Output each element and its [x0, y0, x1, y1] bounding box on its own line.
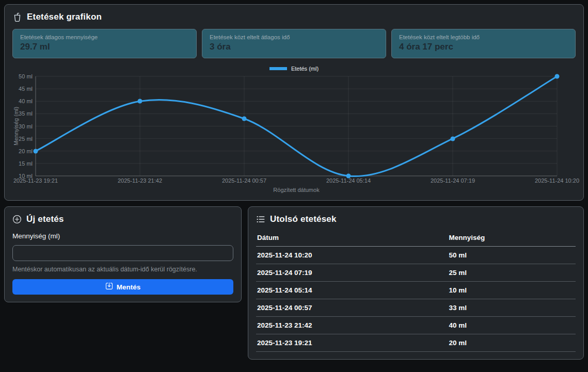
cell-date: 2025-11-24 05:14 — [256, 282, 448, 299]
table-row: 2025-11-23 19:2120 ml — [256, 334, 576, 352]
stats-row: Etetések átlagos mennyisége 29.7 ml Etet… — [12, 29, 576, 58]
chart-card-header: Etetések grafikon — [12, 12, 576, 22]
plus-circle-icon — [12, 215, 22, 224]
y-tick-label: 15 ml — [19, 160, 33, 167]
cell-date: 2025-11-23 19:21 — [256, 334, 448, 352]
x-axis-row: 2025-11-23 19:212025-11-23 21:422025-11-… — [12, 176, 576, 184]
stat-value: 4 óra 17 perc — [399, 42, 568, 52]
y-tick-label: 40 ml — [19, 98, 33, 104]
y-tick-label: 30 ml — [19, 123, 33, 130]
x-tick-label: 2025-11-23 21:42 — [118, 177, 162, 184]
cell-amount: 25 ml — [448, 264, 576, 282]
list-icon — [256, 215, 265, 224]
feedings-table-body: 2025-11-24 10:2050 ml2025-11-24 07:1925 … — [256, 247, 576, 352]
data-point[interactable] — [451, 136, 455, 141]
stat-label: Etetések átlagos mennyisége — [20, 34, 189, 40]
x-tick-label: 2025-11-23 19:21 — [13, 177, 58, 184]
save-button[interactable]: Mentés — [12, 279, 233, 295]
save-icon — [105, 282, 113, 292]
data-point[interactable] — [242, 117, 247, 121]
x-axis-title: Rögzített dátumok — [12, 187, 576, 193]
chart-svg — [36, 76, 557, 176]
y-tick-label: 25 ml — [19, 136, 33, 142]
save-button-label: Mentés — [117, 283, 141, 291]
stat-card-average-interval: Etetések közt eltelt átlagos idő 3 óra — [202, 29, 386, 58]
x-tick-label: 2025-11-24 07:19 — [431, 177, 475, 184]
x-tick-label: 2025-11-24 00:57 — [222, 177, 266, 184]
chart-plot-area[interactable] — [36, 76, 557, 176]
table-row: 2025-11-24 07:1925 ml — [256, 264, 576, 282]
chart-card-title: Etetések grafikon — [27, 12, 102, 22]
legend-label: Etetés (ml) — [291, 66, 319, 72]
stat-label: Etetések közt eltelt legtöbb idő — [399, 34, 568, 40]
feedings-table: Dátum Mennyiség 2025-11-24 10:2050 ml202… — [256, 231, 576, 352]
stat-card-longest-interval: Etetések közt eltelt legtöbb idő 4 óra 1… — [391, 29, 576, 58]
cell-amount: 10 ml — [448, 282, 576, 299]
table-row: 2025-11-24 00:5733 ml — [256, 299, 576, 317]
stat-label: Etetések közt eltelt átlagos idő — [210, 34, 378, 40]
x-tick-label: 2025-11-24 10:20 — [535, 177, 579, 184]
x-axis-labels: 2025-11-23 19:212025-11-23 21:422025-11-… — [36, 176, 557, 184]
cup-straw-icon — [12, 12, 22, 22]
y-axis-labels: 50 ml45 ml40 ml35 ml30 ml25 ml20 ml15 ml… — [20, 76, 36, 176]
chart-body: Mennyiség (ml) 50 ml45 ml40 ml35 ml30 ml… — [12, 76, 576, 176]
y-tick-label: 50 ml — [19, 73, 33, 79]
cell-amount: 40 ml — [448, 317, 576, 334]
stat-card-average-amount: Etetések átlagos mennyisége 29.7 ml — [12, 29, 197, 58]
column-header-amount: Mennyiség — [448, 231, 576, 247]
x-tick-label: 2025-11-24 05:14 — [326, 177, 371, 184]
new-feeding-title: Új etetés — [26, 214, 64, 224]
stat-value: 3 óra — [210, 42, 378, 52]
feedings-line-chart: Etetés (ml) Mennyiség (ml) 50 ml45 ml40 … — [12, 66, 576, 193]
feedings-table-header-row: Dátum Mennyiség — [256, 231, 576, 247]
last-feedings-header: Utolsó etetések — [256, 214, 576, 224]
save-helper-text: Mentéskor automatikusan az aktuális dátu… — [12, 266, 233, 273]
column-header-date: Dátum — [256, 231, 448, 247]
cell-amount: 33 ml — [448, 299, 576, 317]
amount-field-label: Mennyiség (ml) — [12, 232, 233, 240]
data-point[interactable] — [34, 149, 38, 153]
cell-date: 2025-11-23 21:42 — [256, 317, 448, 334]
y-tick-label: 35 ml — [19, 110, 33, 117]
table-row: 2025-11-24 10:2050 ml — [256, 247, 576, 264]
last-feedings-title: Utolsó etetések — [270, 214, 337, 224]
table-row: 2025-11-24 05:1410 ml — [256, 282, 576, 299]
chart-legend[interactable]: Etetés (ml) — [12, 66, 576, 72]
stat-value: 29.7 ml — [20, 42, 189, 52]
cell-date: 2025-11-24 00:57 — [256, 299, 448, 317]
new-feeding-header: Új etetés — [12, 214, 233, 224]
y-tick-label: 20 ml — [19, 148, 33, 154]
legend-swatch — [269, 67, 287, 70]
new-feeding-card: Új etetés Mennyiség (ml) Mentéskor autom… — [4, 206, 242, 302]
cell-amount: 50 ml — [448, 247, 576, 264]
cell-date: 2025-11-24 10:20 — [256, 247, 448, 264]
data-point[interactable] — [555, 74, 560, 79]
cell-amount: 20 ml — [448, 334, 576, 352]
amount-input[interactable] — [12, 245, 233, 261]
data-point[interactable] — [138, 99, 142, 104]
cell-date: 2025-11-24 07:19 — [256, 264, 448, 282]
last-feedings-card: Utolsó etetések Dátum Mennyiség 2025-11-… — [248, 206, 584, 360]
y-tick-label: 45 ml — [19, 86, 33, 92]
table-row: 2025-11-23 21:4240 ml — [256, 317, 576, 334]
feedings-chart-card: Etetések grafikon Etetések átlagos menny… — [4, 4, 584, 201]
